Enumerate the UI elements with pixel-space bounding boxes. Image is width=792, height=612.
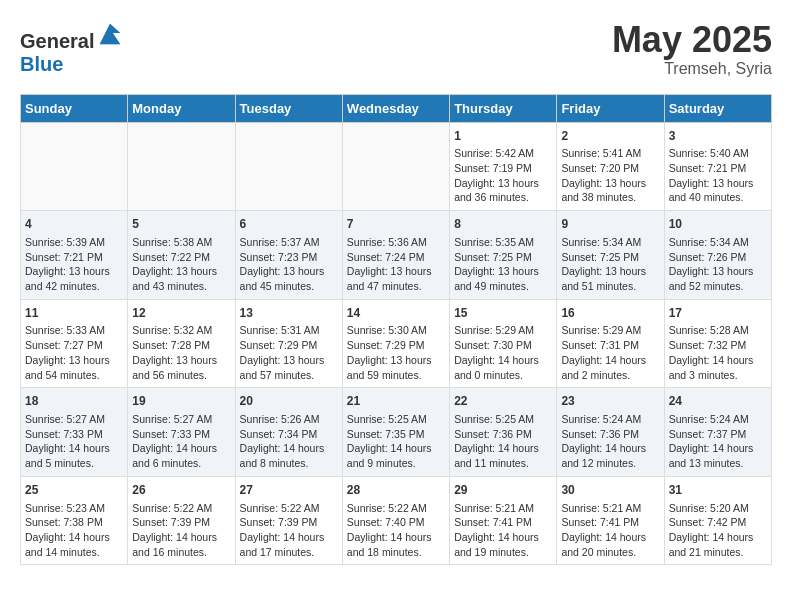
day-info: Daylight: 14 hours and 18 minutes. (347, 530, 445, 559)
calendar-cell: 1Sunrise: 5:42 AMSunset: 7:19 PMDaylight… (450, 122, 557, 211)
day-info: Sunset: 7:28 PM (132, 338, 230, 353)
calendar-cell: 24Sunrise: 5:24 AMSunset: 7:37 PMDayligh… (664, 388, 771, 477)
header-sunday: Sunday (21, 94, 128, 122)
day-number: 31 (669, 482, 767, 499)
day-info: Sunrise: 5:31 AM (240, 323, 338, 338)
day-info: Daylight: 13 hours and 36 minutes. (454, 176, 552, 205)
day-info: Sunset: 7:36 PM (454, 427, 552, 442)
day-info: Sunrise: 5:24 AM (561, 412, 659, 427)
day-info: Sunset: 7:34 PM (240, 427, 338, 442)
header-friday: Friday (557, 94, 664, 122)
day-info: Sunrise: 5:20 AM (669, 501, 767, 516)
day-info: Sunrise: 5:36 AM (347, 235, 445, 250)
day-number: 14 (347, 305, 445, 322)
calendar-cell: 31Sunrise: 5:20 AMSunset: 7:42 PMDayligh… (664, 476, 771, 565)
header-row: SundayMondayTuesdayWednesdayThursdayFrid… (21, 94, 772, 122)
day-info: Sunset: 7:39 PM (132, 515, 230, 530)
title-block: May 2025 Tremseh, Syria (612, 20, 772, 78)
calendar-cell: 17Sunrise: 5:28 AMSunset: 7:32 PMDayligh… (664, 299, 771, 388)
day-info: Daylight: 14 hours and 6 minutes. (132, 441, 230, 470)
calendar-cell (21, 122, 128, 211)
calendar-cell: 3Sunrise: 5:40 AMSunset: 7:21 PMDaylight… (664, 122, 771, 211)
day-number: 11 (25, 305, 123, 322)
day-info: Sunrise: 5:22 AM (347, 501, 445, 516)
day-info: Sunset: 7:27 PM (25, 338, 123, 353)
day-info: Sunrise: 5:37 AM (240, 235, 338, 250)
calendar-cell: 4Sunrise: 5:39 AMSunset: 7:21 PMDaylight… (21, 211, 128, 300)
day-info: Daylight: 13 hours and 38 minutes. (561, 176, 659, 205)
day-info: Daylight: 14 hours and 14 minutes. (25, 530, 123, 559)
day-number: 25 (25, 482, 123, 499)
day-info: Sunset: 7:21 PM (669, 161, 767, 176)
day-info: Sunset: 7:23 PM (240, 250, 338, 265)
week-row-1: 1Sunrise: 5:42 AMSunset: 7:19 PMDaylight… (21, 122, 772, 211)
day-info: Sunset: 7:39 PM (240, 515, 338, 530)
day-info: Sunrise: 5:30 AM (347, 323, 445, 338)
calendar-cell: 13Sunrise: 5:31 AMSunset: 7:29 PMDayligh… (235, 299, 342, 388)
day-info: Daylight: 14 hours and 16 minutes. (132, 530, 230, 559)
calendar-cell: 15Sunrise: 5:29 AMSunset: 7:30 PMDayligh… (450, 299, 557, 388)
day-info: Sunset: 7:41 PM (561, 515, 659, 530)
calendar-cell: 7Sunrise: 5:36 AMSunset: 7:24 PMDaylight… (342, 211, 449, 300)
calendar-cell: 2Sunrise: 5:41 AMSunset: 7:20 PMDaylight… (557, 122, 664, 211)
calendar-cell: 20Sunrise: 5:26 AMSunset: 7:34 PMDayligh… (235, 388, 342, 477)
day-number: 5 (132, 216, 230, 233)
day-number: 19 (132, 393, 230, 410)
day-number: 6 (240, 216, 338, 233)
day-info: Sunrise: 5:27 AM (25, 412, 123, 427)
logo-general: General (20, 30, 94, 52)
day-info: Sunrise: 5:39 AM (25, 235, 123, 250)
calendar-header: SundayMondayTuesdayWednesdayThursdayFrid… (21, 94, 772, 122)
calendar-cell: 8Sunrise: 5:35 AMSunset: 7:25 PMDaylight… (450, 211, 557, 300)
header-saturday: Saturday (664, 94, 771, 122)
calendar-cell: 30Sunrise: 5:21 AMSunset: 7:41 PMDayligh… (557, 476, 664, 565)
day-info: Daylight: 14 hours and 5 minutes. (25, 441, 123, 470)
day-info: Sunrise: 5:35 AM (454, 235, 552, 250)
day-number: 17 (669, 305, 767, 322)
day-info: Sunset: 7:32 PM (669, 338, 767, 353)
day-info: Sunset: 7:42 PM (669, 515, 767, 530)
day-number: 30 (561, 482, 659, 499)
day-number: 3 (669, 128, 767, 145)
day-info: Sunrise: 5:41 AM (561, 146, 659, 161)
day-number: 12 (132, 305, 230, 322)
day-info: Daylight: 14 hours and 20 minutes. (561, 530, 659, 559)
day-info: Sunrise: 5:23 AM (25, 501, 123, 516)
day-info: Daylight: 13 hours and 56 minutes. (132, 353, 230, 382)
calendar-cell: 25Sunrise: 5:23 AMSunset: 7:38 PMDayligh… (21, 476, 128, 565)
calendar-cell: 12Sunrise: 5:32 AMSunset: 7:28 PMDayligh… (128, 299, 235, 388)
day-number: 29 (454, 482, 552, 499)
day-info: Sunset: 7:36 PM (561, 427, 659, 442)
day-info: Sunset: 7:21 PM (25, 250, 123, 265)
svg-marker-1 (100, 24, 121, 45)
day-info: Daylight: 13 hours and 42 minutes. (25, 264, 123, 293)
day-info: Daylight: 14 hours and 3 minutes. (669, 353, 767, 382)
day-info: Daylight: 13 hours and 40 minutes. (669, 176, 767, 205)
day-number: 28 (347, 482, 445, 499)
day-info: Sunset: 7:40 PM (347, 515, 445, 530)
day-info: Daylight: 14 hours and 21 minutes. (669, 530, 767, 559)
day-info: Daylight: 14 hours and 17 minutes. (240, 530, 338, 559)
day-info: Sunrise: 5:28 AM (669, 323, 767, 338)
day-info: Daylight: 13 hours and 57 minutes. (240, 353, 338, 382)
day-info: Sunset: 7:37 PM (669, 427, 767, 442)
day-info: Sunset: 7:25 PM (561, 250, 659, 265)
day-info: Sunrise: 5:34 AM (561, 235, 659, 250)
day-info: Daylight: 14 hours and 13 minutes. (669, 441, 767, 470)
calendar-cell: 29Sunrise: 5:21 AMSunset: 7:41 PMDayligh… (450, 476, 557, 565)
day-info: Daylight: 13 hours and 43 minutes. (132, 264, 230, 293)
day-info: Sunrise: 5:22 AM (132, 501, 230, 516)
day-info: Sunset: 7:35 PM (347, 427, 445, 442)
day-info: Daylight: 14 hours and 8 minutes. (240, 441, 338, 470)
day-info: Daylight: 13 hours and 49 minutes. (454, 264, 552, 293)
day-number: 8 (454, 216, 552, 233)
day-info: Sunrise: 5:26 AM (240, 412, 338, 427)
day-info: Sunset: 7:33 PM (25, 427, 123, 442)
day-info: Daylight: 14 hours and 19 minutes. (454, 530, 552, 559)
day-info: Sunset: 7:24 PM (347, 250, 445, 265)
calendar-cell: 27Sunrise: 5:22 AMSunset: 7:39 PMDayligh… (235, 476, 342, 565)
day-info: Sunset: 7:30 PM (454, 338, 552, 353)
day-info: Daylight: 13 hours and 45 minutes. (240, 264, 338, 293)
day-number: 23 (561, 393, 659, 410)
header-thursday: Thursday (450, 94, 557, 122)
